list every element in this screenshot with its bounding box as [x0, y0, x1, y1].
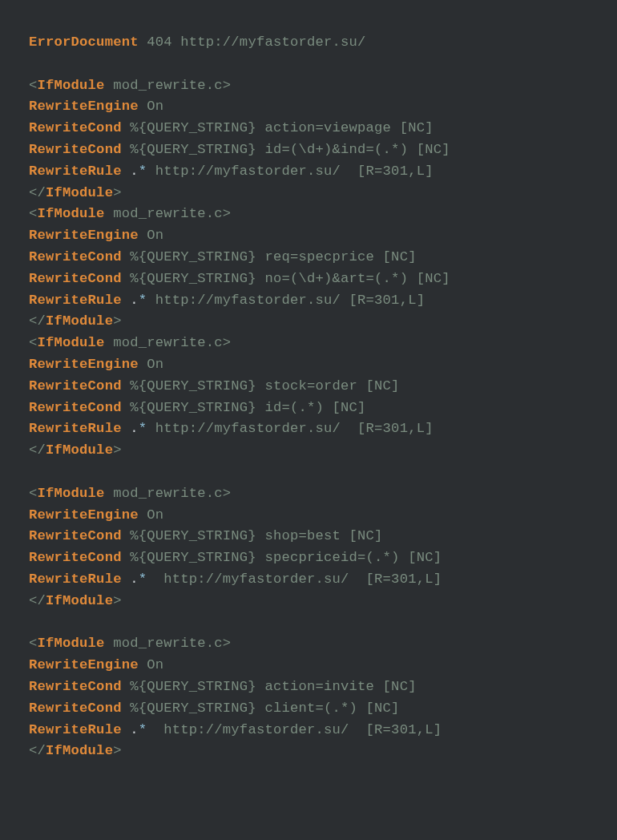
engine-val: On — [147, 228, 163, 243]
ifmodule-close: IfModule — [46, 593, 113, 608]
rule-url: http://myfastorder.su/ — [163, 571, 349, 587]
ifmodule-close: IfModule — [46, 313, 113, 329]
tag-close-bracket: > — [113, 313, 122, 329]
rule-gap — [147, 293, 155, 308]
cond-flags: [NC] — [408, 550, 442, 565]
tag-close-bracket: > — [223, 206, 232, 221]
rewrite-engine: RewriteEngine — [29, 99, 139, 114]
query-var: %{QUERY_STRING} — [130, 701, 256, 716]
rewrite-rule: RewriteRule — [29, 421, 122, 436]
rewrite-cond: RewriteCond — [29, 271, 122, 286]
rewrite-cond: RewriteCond — [29, 249, 122, 265]
cond-flags: [NC] — [417, 142, 450, 157]
rule-flags: [R=301,L] — [349, 293, 425, 308]
rule-gap — [147, 164, 155, 179]
tag-open-bracket: < — [29, 486, 38, 501]
tag-open-bracket: </ — [29, 593, 46, 608]
ifmodule-close: IfModule — [46, 185, 113, 200]
cond-match: shop=best — [264, 528, 341, 543]
rule-url: http://myfastorder.su/ — [163, 722, 349, 737]
tag-open-bracket: < — [29, 78, 38, 93]
glob-dot: . — [130, 164, 139, 179]
cond-match: action=viewpage — [264, 120, 391, 135]
query-var: %{QUERY_STRING} — [130, 142, 256, 157]
rule-url: http://myfastorder.su/ — [155, 164, 341, 179]
tag-close-bracket: > — [113, 593, 122, 608]
tag-close-bracket: > — [223, 335, 232, 350]
rule-gap — [147, 571, 163, 587]
rewrite-cond: RewriteCond — [29, 120, 122, 135]
module-arg: mod_rewrite.c — [113, 206, 223, 221]
rule-url: http://myfastorder.su/ — [155, 293, 341, 308]
ifmodule-open: IfModule — [38, 335, 105, 350]
cond-match: action=invite — [264, 679, 374, 694]
engine-val: On — [147, 357, 163, 372]
rewrite-engine: RewriteEngine — [29, 357, 139, 372]
rule-pad — [349, 722, 366, 737]
rule-flags: [R=301,L] — [366, 722, 442, 737]
cond-flags: [NC] — [383, 679, 417, 694]
rewrite-engine: RewriteEngine — [29, 657, 139, 672]
rewrite-cond: RewriteCond — [29, 528, 122, 543]
rewrite-cond: RewriteCond — [29, 378, 122, 394]
ifmodule-open: IfModule — [38, 206, 105, 221]
rule-url: http://myfastorder.su/ — [155, 421, 341, 436]
glob-star: * — [139, 421, 147, 436]
cond-flags: [NC] — [349, 528, 383, 543]
rewrite-cond: RewriteCond — [29, 400, 122, 415]
tag-open-bracket: < — [29, 335, 38, 350]
glob-dot: . — [130, 421, 139, 436]
query-var: %{QUERY_STRING} — [130, 120, 256, 135]
query-var: %{QUERY_STRING} — [130, 378, 256, 394]
htaccess-code: ErrorDocument 404 http://myfastorder.su/… — [0, 0, 617, 794]
module-arg: mod_rewrite.c — [113, 636, 223, 651]
tag-close-bracket: > — [223, 78, 232, 93]
glob-star: * — [139, 571, 147, 587]
tag-close-bracket: > — [113, 743, 122, 758]
glob-star: * — [139, 164, 147, 179]
module-arg: mod_rewrite.c — [113, 78, 223, 93]
module-arg: mod_rewrite.c — [113, 486, 223, 501]
rewrite-cond: RewriteCond — [29, 142, 122, 157]
tag-open-bracket: </ — [29, 442, 46, 458]
rewrite-rule: RewriteRule — [29, 293, 122, 308]
tag-close-bracket: > — [113, 185, 122, 200]
tag-open-bracket: < — [29, 206, 38, 221]
rewrite-engine: RewriteEngine — [29, 228, 139, 243]
query-var: %{QUERY_STRING} — [130, 271, 256, 286]
cond-match: specpriceid=(.*) — [264, 550, 399, 565]
tag-open-bracket: </ — [29, 743, 46, 758]
cond-flags: [NC] — [333, 400, 366, 415]
cond-match: stock=order — [264, 378, 357, 394]
glob-star: * — [139, 293, 147, 308]
rewrite-cond: RewriteCond — [29, 550, 122, 565]
rule-flags: [R=301,L] — [357, 164, 434, 179]
error-status: 404 — [147, 34, 172, 50]
rewrite-rule: RewriteRule — [29, 571, 122, 587]
rewrite-engine: RewriteEngine — [29, 507, 139, 523]
cond-flags: [NC] — [417, 271, 450, 286]
query-var: %{QUERY_STRING} — [130, 679, 256, 694]
query-var: %{QUERY_STRING} — [130, 249, 256, 265]
tag-open-bracket: </ — [29, 313, 46, 329]
rule-pad — [341, 421, 357, 436]
cond-flags: [NC] — [400, 120, 434, 135]
tag-open-bracket: < — [29, 636, 38, 651]
glob-dot: . — [130, 571, 139, 587]
engine-val: On — [147, 507, 163, 523]
rule-gap — [147, 421, 155, 436]
ifmodule-close: IfModule — [46, 743, 113, 758]
rule-pad — [341, 293, 349, 308]
cond-flags: [NC] — [383, 249, 417, 265]
ifmodule-open: IfModule — [38, 486, 105, 501]
tag-open-bracket: </ — [29, 185, 46, 200]
rule-pad — [341, 164, 357, 179]
cond-flags: [NC] — [366, 701, 400, 716]
rewrite-cond: RewriteCond — [29, 679, 122, 694]
cond-match: id=(.*) — [264, 400, 324, 415]
error-url: http://myfastorder.su/ — [180, 34, 365, 50]
rule-pad — [349, 571, 366, 587]
rule-flags: [R=301,L] — [366, 571, 442, 587]
rule-flags: [R=301,L] — [357, 421, 434, 436]
directive-errordocument: ErrorDocument — [29, 34, 139, 50]
